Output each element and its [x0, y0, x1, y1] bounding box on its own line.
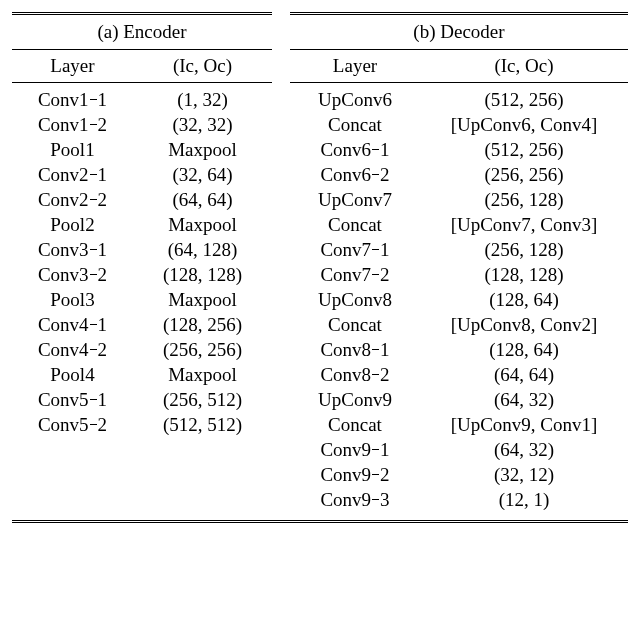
table-row: Conv62(256, 256) [290, 162, 628, 187]
encoder-table: (a) Encoder Layer (Ic, Oc) Conv11(1, 32)… [12, 12, 272, 437]
ioc-cell: (256, 512) [133, 389, 272, 411]
layer-cell: Conv62 [290, 164, 420, 186]
layer-cell: Conv51 [12, 389, 133, 411]
layer-cell: Pool2 [12, 214, 133, 236]
table-row: Conv61(512, 256) [290, 137, 628, 162]
table-row: Conv93(12, 1) [290, 487, 628, 512]
layer-cell: UpConv8 [290, 289, 420, 311]
table-row: Conv41(128, 256) [12, 312, 272, 337]
table-row: Pool2Maxpool [12, 212, 272, 237]
ioc-cell: [UpConv7, Conv3] [420, 214, 628, 236]
ioc-cell: (32, 64) [133, 164, 272, 186]
ioc-cell: Maxpool [133, 139, 272, 161]
ioc-cell: (64, 128) [133, 239, 272, 261]
table-row: Conv82(64, 64) [290, 362, 628, 387]
table-row: Pool1Maxpool [12, 137, 272, 162]
layer-cell: Conv22 [12, 189, 133, 211]
layer-cell: Conv11 [12, 89, 133, 111]
ioc-cell: (256, 128) [420, 239, 628, 261]
table-row: Concat[UpConv6, Conv4] [290, 112, 628, 137]
layer-cell: Conv42 [12, 339, 133, 361]
layer-cell: Conv92 [290, 464, 420, 486]
ioc-cell: (1, 32) [133, 89, 272, 111]
table-row: Conv32(128, 128) [12, 262, 272, 287]
decoder-table: (b) Decoder Layer (Ic, Oc) UpConv6(512, … [290, 12, 628, 512]
table-row: Pool4Maxpool [12, 362, 272, 387]
layer-cell: Conv91 [290, 439, 420, 461]
ioc-cell: (256, 256) [420, 164, 628, 186]
layer-cell: Concat [290, 414, 420, 436]
layer-cell: Conv21 [12, 164, 133, 186]
ioc-cell: (128, 256) [133, 314, 272, 336]
decoder-header-row: Layer (Ic, Oc) [290, 49, 628, 83]
ioc-cell: (512, 512) [133, 414, 272, 436]
encoder-rows: Conv11(1, 32)Conv12(32, 32)Pool1MaxpoolC… [12, 83, 272, 437]
layer-cell: Conv41 [12, 314, 133, 336]
table-row: Conv22(64, 64) [12, 187, 272, 212]
table-row: Conv81(128, 64) [290, 337, 628, 362]
table-row: Concat[UpConv9, Conv1] [290, 412, 628, 437]
ioc-cell: (12, 1) [420, 489, 628, 511]
layer-cell: Pool4 [12, 364, 133, 386]
layer-cell: Conv61 [290, 139, 420, 161]
decoder-caption: (b) Decoder [290, 12, 628, 49]
layer-cell: Concat [290, 114, 420, 136]
decoder-layer-header: Layer [290, 55, 420, 77]
table-row: Conv52(512, 512) [12, 412, 272, 437]
ioc-cell: (512, 256) [420, 139, 628, 161]
table-row: Conv21(32, 64) [12, 162, 272, 187]
ioc-cell: (128, 64) [420, 289, 628, 311]
ioc-cell: (256, 256) [133, 339, 272, 361]
table-row: Concat[UpConv8, Conv2] [290, 312, 628, 337]
layer-cell: Concat [290, 214, 420, 236]
ioc-cell: (512, 256) [420, 89, 628, 111]
encoder-layer-header: Layer [12, 55, 133, 77]
table-row: Conv42(256, 256) [12, 337, 272, 362]
layer-cell: Conv82 [290, 364, 420, 386]
ioc-cell: [UpConv6, Conv4] [420, 114, 628, 136]
table-row: Conv72(128, 128) [290, 262, 628, 287]
ioc-cell: (128, 128) [133, 264, 272, 286]
ioc-cell: (64, 32) [420, 389, 628, 411]
layer-cell: Conv32 [12, 264, 133, 286]
tables-container: (a) Encoder Layer (Ic, Oc) Conv11(1, 32)… [12, 12, 628, 523]
layer-cell: UpConv6 [290, 89, 420, 111]
ioc-cell: (32, 32) [133, 114, 272, 136]
layer-cell: Conv72 [290, 264, 420, 286]
ioc-cell: (128, 64) [420, 339, 628, 361]
table-row: UpConv9(64, 32) [290, 387, 628, 412]
ioc-cell: (32, 12) [420, 464, 628, 486]
encoder-ioc-header: (Ic, Oc) [133, 55, 272, 77]
table-row: Conv51(256, 512) [12, 387, 272, 412]
layer-cell: Conv81 [290, 339, 420, 361]
decoder-rows: UpConv6(512, 256)Concat[UpConv6, Conv4]C… [290, 83, 628, 512]
decoder-ioc-header: (Ic, Oc) [420, 55, 628, 77]
table-row: UpConv6(512, 256) [290, 87, 628, 112]
ioc-cell: Maxpool [133, 364, 272, 386]
layer-cell: Concat [290, 314, 420, 336]
ioc-cell: (128, 128) [420, 264, 628, 286]
ioc-cell: (64, 32) [420, 439, 628, 461]
table-row: UpConv7(256, 128) [290, 187, 628, 212]
layer-cell: Pool3 [12, 289, 133, 311]
ioc-cell: Maxpool [133, 289, 272, 311]
layer-cell: UpConv9 [290, 389, 420, 411]
table-row: UpConv8(128, 64) [290, 287, 628, 312]
layer-cell: Conv93 [290, 489, 420, 511]
ioc-cell: (256, 128) [420, 189, 628, 211]
table-row: Conv12(32, 32) [12, 112, 272, 137]
layer-cell: Conv31 [12, 239, 133, 261]
table-row: Conv31(64, 128) [12, 237, 272, 262]
table-row: Conv71(256, 128) [290, 237, 628, 262]
layer-cell: UpConv7 [290, 189, 420, 211]
layer-cell: Conv12 [12, 114, 133, 136]
table-row: Conv91(64, 32) [290, 437, 628, 462]
ioc-cell: [UpConv9, Conv1] [420, 414, 628, 436]
ioc-cell: Maxpool [133, 214, 272, 236]
table-row: Concat[UpConv7, Conv3] [290, 212, 628, 237]
ioc-cell: (64, 64) [420, 364, 628, 386]
table-row: Conv11(1, 32) [12, 87, 272, 112]
encoder-header-row: Layer (Ic, Oc) [12, 49, 272, 83]
encoder-caption: (a) Encoder [12, 12, 272, 49]
layer-cell: Conv71 [290, 239, 420, 261]
